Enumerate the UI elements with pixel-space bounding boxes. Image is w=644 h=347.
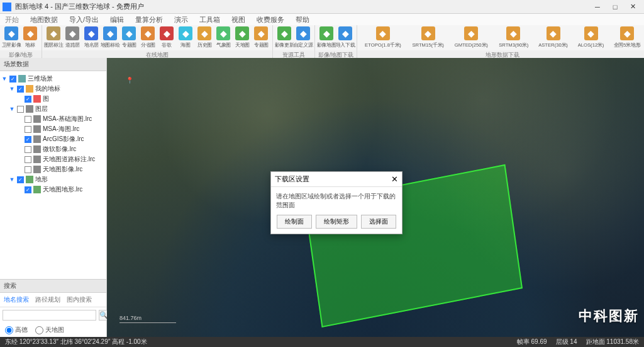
ribbon-影像地图[interactable]: ◆影像地图 xyxy=(318,26,335,49)
tree-item[interactable]: MSA-基础海图.lrc xyxy=(1,114,105,124)
ribbon-道路层[interactable]: ◆道路层 xyxy=(64,26,81,49)
ribbon-卫星影像[interactable]: ◆卫星影像 xyxy=(3,26,20,49)
window-title: 图新地球 4 - 国产三维数字地球 - 免费用户 xyxy=(15,2,589,11)
search-panel: 搜索 地名搜索路径规划图内搜索 🔍 高德天地图 xyxy=(0,279,106,337)
dialog-btn-绘制矩形[interactable]: 绘制矩形 xyxy=(316,215,357,229)
tree-item[interactable]: ▼✓三维场景 xyxy=(1,74,105,84)
status-bar: 东经 120°23′33.13″ 北纬 36°02′24.29″ 高程 -1.0… xyxy=(0,337,644,347)
ribbon-专题图[interactable]: ◆专题图 xyxy=(252,26,270,49)
tree-item[interactable]: ✓ArcGIS影像.lrc xyxy=(1,134,105,144)
ribbon-分省图[interactable]: ◆分省图 xyxy=(139,26,157,49)
menu-4[interactable]: 量算分析 xyxy=(135,15,163,25)
status-coords: 东经 120°23′33.13″ 北纬 36°02′24.29″ 高程 -1.0… xyxy=(5,338,147,346)
ribbon-自定义源[interactable]: ◆自定义源 xyxy=(294,26,312,49)
menu-6[interactable]: 工具箱 xyxy=(199,15,220,25)
ribbon-导入下载[interactable]: ◆导入下载 xyxy=(336,26,354,49)
titlebar: 图新地球 4 - 国产三维数字地球 - 免费用户 ─ □ ✕ xyxy=(0,0,644,14)
status-field: 距地面 11031.58米 xyxy=(586,338,640,346)
ribbon-全国5米地形[interactable]: ◆全国5米地形 xyxy=(609,26,644,49)
menu-8[interactable]: 收费服务 xyxy=(257,15,284,25)
watermark: 中科图新 xyxy=(579,307,639,326)
search-tab-0[interactable]: 地名搜索 xyxy=(4,295,29,304)
search-tabs: 地名搜索路径规划图内搜索 xyxy=(0,293,106,307)
ribbon-影像更新[interactable]: ◆影像更新 xyxy=(275,26,293,49)
scale-label: 841.76m xyxy=(119,315,142,321)
search-tab-2[interactable]: 图内搜索 xyxy=(67,295,92,304)
search-provider-radios: 高德天地图 xyxy=(0,323,106,337)
dialog-title: 下载区设置 xyxy=(275,174,391,184)
status-field: 帧率 69.69 xyxy=(517,338,547,346)
tree-item[interactable]: 微软影像.lrc xyxy=(1,144,105,154)
tree-item[interactable]: ▼✓我的地标 xyxy=(1,84,105,94)
close-button[interactable]: ✕ xyxy=(624,1,641,13)
dialog-close-button[interactable]: ✕ xyxy=(391,174,398,184)
ribbon-谷歌[interactable]: ◆谷歌 xyxy=(158,26,175,49)
ribbon-SRTM3(90米)[interactable]: ◆SRTM3(90米) xyxy=(494,26,533,49)
ribbon-地图标绘[interactable]: ◆地图标绘 xyxy=(101,26,119,49)
tree-item[interactable]: MSA-海图.lrc xyxy=(1,124,105,134)
tree-item[interactable]: 天地图影像.lrc xyxy=(1,164,105,174)
map-pin-icon[interactable]: 📍 xyxy=(126,77,133,84)
search-tab-1[interactable]: 路径规划 xyxy=(35,295,60,304)
tree-item[interactable]: ▼图层 xyxy=(1,104,105,114)
status-field: 层级 14 xyxy=(556,338,577,346)
ribbon-地名层[interactable]: ◆地名层 xyxy=(82,26,100,49)
ribbon-历史图[interactable]: ◆历史图 xyxy=(196,26,213,49)
dialog-btn-绘制面[interactable]: 绘制面 xyxy=(277,215,312,229)
tree-item[interactable]: 天地图道路标注.lrc xyxy=(1,154,105,164)
radio-高德[interactable]: 高德 xyxy=(5,326,28,334)
ribbon-专题图[interactable]: ◆专题图 xyxy=(120,26,138,49)
ribbon-图层标注[interactable]: ◆图层标注 xyxy=(45,26,62,49)
ribbon-ALOS(12米)[interactable]: ◆ALOS(12米) xyxy=(574,26,608,49)
ribbon-天地图[interactable]: ◆天地图 xyxy=(233,26,251,49)
dialog-message: 请在地图区域绘制或者选择一个用于下载的范围面 xyxy=(276,192,397,210)
menu-1[interactable]: 地图数据 xyxy=(30,15,58,25)
menu-9[interactable]: 帮助 xyxy=(296,15,309,25)
search-input[interactable] xyxy=(3,310,96,321)
ribbon-SRTM15(千米)[interactable]: ◆SRTM15(千米) xyxy=(408,26,448,49)
menu-bar: 开始地图数据导入/导出编辑量算分析演示工具箱视图收费服务帮助 xyxy=(0,14,644,25)
menu-5[interactable]: 演示 xyxy=(174,15,188,25)
tree-item[interactable]: ▼✓地形 xyxy=(1,174,105,185)
scene-panel-header: 场景数据 xyxy=(0,58,106,71)
download-area-dialog: 下载区设置 ✕ 请在地图区域绘制或者选择一个用于下载的范围面 绘制面绘制矩形选择… xyxy=(270,171,402,234)
minimize-button[interactable]: ─ xyxy=(589,1,606,13)
menu-0[interactable]: 开始 xyxy=(5,15,19,25)
app-icon xyxy=(3,3,11,11)
ribbon-海图[interactable]: ◆海图 xyxy=(177,26,194,49)
ribbon-ASTER(30米)[interactable]: ◆ASTER(30米) xyxy=(534,26,572,49)
search-panel-header: 搜索 xyxy=(0,280,106,293)
tree-item[interactable]: ✓天地图地形.lrc xyxy=(1,185,105,195)
ribbon-气象图[interactable]: ◆气象图 xyxy=(214,26,232,49)
dialog-btn-选择面[interactable]: 选择面 xyxy=(361,215,396,229)
ribbon-GMTED(250米)[interactable]: ◆GMTED(250米) xyxy=(450,26,493,49)
tree-item[interactable]: ✓图 xyxy=(1,94,105,104)
ribbon-地标[interactable]: ◆地标 xyxy=(21,26,39,49)
ribbon-ETOPO(1.8千米)[interactable]: ◆ETOPO(1.8千米) xyxy=(360,26,406,49)
sidebar: 场景数据 ▼✓三维场景▼✓我的地标✓图▼图层MSA-基础海图.lrcMSA-海图… xyxy=(0,58,107,337)
ribbon: ◆卫星影像◆地标影像/地形◆图层标注◆道路层◆地名层◆地图标绘◆专题图◆分省图◆… xyxy=(0,25,644,58)
menu-2[interactable]: 导入/导出 xyxy=(69,15,99,25)
map-viewport[interactable]: 📍 下载区设置 ✕ 请在地图区域绘制或者选择一个用于下载的范围面 绘制面绘制矩形… xyxy=(107,58,644,337)
radio-天地图[interactable]: 天地图 xyxy=(35,326,64,334)
menu-7[interactable]: 视图 xyxy=(231,15,245,25)
scale-bar: 841.76m xyxy=(119,315,176,323)
scene-tree[interactable]: ▼✓三维场景▼✓我的地标✓图▼图层MSA-基础海图.lrcMSA-海图.lrc✓… xyxy=(0,71,106,279)
menu-3[interactable]: 编辑 xyxy=(110,15,124,25)
maximize-button[interactable]: □ xyxy=(606,1,624,13)
